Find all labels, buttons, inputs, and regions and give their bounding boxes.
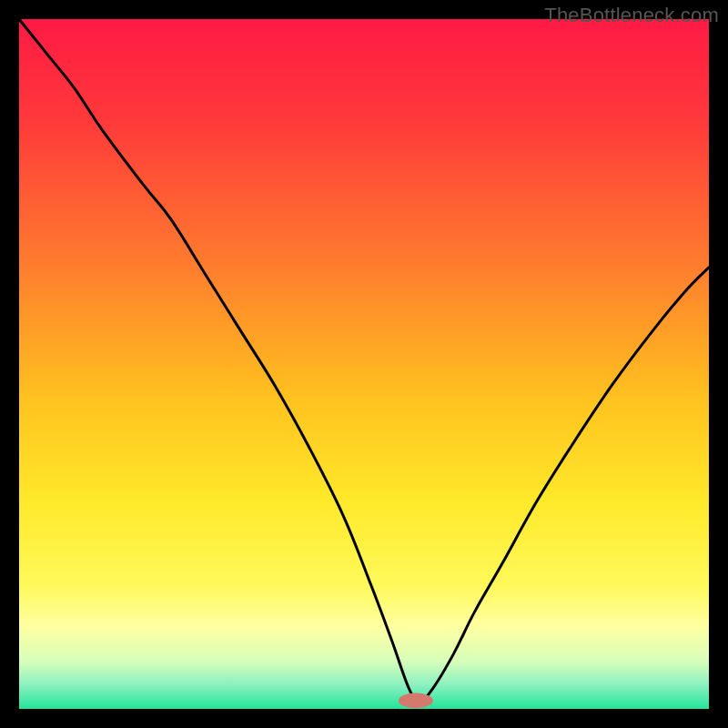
frame-border-right <box>709 0 728 728</box>
chart-svg <box>0 0 728 728</box>
optimum-marker <box>399 693 433 709</box>
chart-canvas <box>0 0 728 728</box>
frame-border-left <box>0 0 19 728</box>
attribution-watermark: TheBottleneck.com <box>544 4 719 27</box>
frame-border-bottom <box>0 709 728 728</box>
plot-background <box>19 19 709 709</box>
chart-frame: TheBottleneck.com <box>0 0 728 728</box>
